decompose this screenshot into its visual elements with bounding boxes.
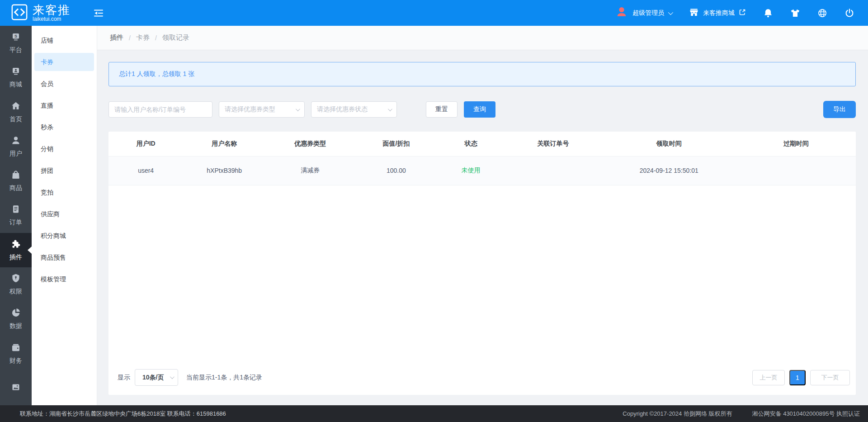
footer-contact: 联系地址：湖南省长沙市岳麓区绿地中央广场6栋2018室 联系电话：6159816…: [20, 410, 226, 418]
subnav-item-flashsale[interactable]: 秒杀: [32, 116, 97, 138]
sidebar-item-home[interactable]: 首页: [0, 95, 32, 129]
sidebar-item-label: 权限: [9, 288, 22, 296]
table-row[interactable]: user4 hXPtxB39hb 满减券 100.00 未使用 2024-09-…: [108, 156, 856, 185]
sidebar-item-label: 平台: [9, 46, 22, 54]
summary-banner-text: 总计1 人领取，总领取 1 张: [119, 70, 194, 78]
platform-icon: S: [11, 32, 21, 43]
subnav-item-groupbuy[interactable]: 拼团: [32, 160, 97, 181]
reset-button[interactable]: 重置: [426, 101, 458, 118]
sidebar-item-label: 商品: [9, 184, 22, 192]
sidebar-item-permissions[interactable]: 权限: [0, 267, 32, 302]
cell-user-name: hXPtxB39hb: [183, 156, 265, 185]
col-receive-time: 领取时间: [602, 132, 736, 156]
coupon-status-select-value: 请选择优惠券状态: [317, 105, 368, 114]
subnav-item-coupon[interactable]: 卡券: [34, 53, 94, 71]
page-footer: 联系地址：湖南省长沙市岳麓区绿地中央广场6栋2018室 联系电话：6159816…: [0, 405, 868, 422]
home-icon: [11, 101, 21, 112]
app-logo[interactable]: 来客推 laiketui.com: [0, 4, 90, 23]
sidebar-item-goods[interactable]: 商品: [0, 164, 32, 198]
cell-user-id: user4: [108, 156, 183, 185]
logo-title: 来客推: [33, 4, 71, 16]
page-size-label: 显示: [118, 374, 130, 382]
logout-power-icon[interactable]: [844, 8, 854, 18]
mall-badge-icon: [11, 66, 21, 77]
cell-expire-time: [736, 156, 856, 185]
records-table: 用户ID 用户名称 优惠券类型 面值/折扣 状态 关联订单号 领取时间 过期时间…: [108, 132, 856, 185]
sidebar-item-label: 订单: [9, 218, 22, 227]
chevron-down-icon: [668, 9, 673, 14]
subnav-item-member[interactable]: 会员: [32, 73, 97, 95]
puzzle-icon: [11, 239, 21, 250]
sidebar-item-media[interactable]: [0, 371, 32, 405]
breadcrumb-item-coupon[interactable]: 卡券: [136, 33, 150, 42]
summary-banner: 总计1 人领取，总领取 1 张: [108, 62, 856, 86]
cell-value: 100.00: [355, 156, 437, 185]
pie-chart-icon: [11, 308, 21, 319]
subnav-item-auction[interactable]: 竞拍: [32, 181, 97, 203]
svg-text:S: S: [14, 34, 17, 38]
user-icon: [11, 135, 21, 147]
breadcrumb: 插件 / 卡券 / 领取记录: [97, 26, 868, 50]
shopping-bag-icon: [11, 170, 21, 181]
subnav-item-shop[interactable]: 店铺: [32, 29, 97, 51]
coupon-type-select[interactable]: 请选择优惠券类型: [219, 101, 305, 118]
sidebar-item-data[interactable]: 数据: [0, 302, 32, 336]
search-button[interactable]: 查询: [464, 101, 495, 118]
pagination-info: 当前显示1-1条，共1条记录: [186, 374, 262, 382]
subnav-item-live[interactable]: 直播: [32, 95, 97, 116]
filter-toolbar: 请选择优惠券类型 请选择优惠券状态 重置 查询 导出: [108, 101, 856, 118]
col-coupon-type: 优惠券类型: [265, 132, 355, 156]
notifications-bell-icon[interactable]: [763, 8, 773, 18]
sidebar-item-platform[interactable]: S 平台: [0, 26, 32, 60]
tshirt-icon[interactable]: [790, 8, 800, 18]
current-page-button[interactable]: 1: [789, 370, 806, 385]
sidebar-item-users[interactable]: 用户: [0, 129, 32, 164]
sidebar-item-plugins[interactable]: 插件: [0, 233, 32, 267]
coupon-status-select[interactable]: 请选择优惠券状态: [311, 101, 397, 118]
logo-subtitle: laiketui.com: [33, 16, 71, 22]
collapse-sidebar-icon[interactable]: [93, 8, 104, 19]
cell-receive-time: 2024-09-12 15:50:01: [602, 156, 736, 185]
subnav-item-points-mall[interactable]: 积分商城: [32, 225, 97, 247]
page-size-value: 10条/页: [142, 374, 164, 382]
top-header: 来客推 laiketui.com 超级管理员: [0, 0, 868, 26]
sidebar-item-finance[interactable]: 财务: [0, 336, 32, 370]
mall-link-label: 来客推商城: [703, 9, 735, 17]
breadcrumb-item-plugins[interactable]: 插件: [110, 33, 123, 42]
sidebar-item-mall[interactable]: 商城: [0, 60, 32, 95]
next-page-button[interactable]: 下一页: [810, 370, 850, 385]
avatar: [615, 5, 628, 20]
mall-link[interactable]: 来客推商城: [689, 7, 746, 19]
keyword-search-input[interactable]: [108, 101, 212, 118]
footer-copyright: Copyright ©2017-2024 拾捌网络 版权所有: [623, 410, 732, 418]
sidebar-item-label: 商城: [9, 81, 22, 89]
subnav-item-presale[interactable]: 商品预售: [32, 247, 97, 268]
user-menu[interactable]: 超级管理员: [615, 5, 672, 20]
export-button[interactable]: 导出: [823, 101, 856, 118]
page-size-select[interactable]: 10条/页: [135, 369, 178, 386]
col-user-id: 用户ID: [108, 132, 183, 156]
subnav-item-distribution[interactable]: 分销: [32, 138, 97, 160]
prev-page-button[interactable]: 上一页: [752, 370, 785, 385]
sidebar-item-orders[interactable]: 订单: [0, 198, 32, 232]
table-header-row: 用户ID 用户名称 优惠券类型 面值/折扣 状态 关联订单号 领取时间 过期时间: [108, 132, 856, 156]
cell-order-no: [505, 156, 602, 185]
sidebar-item-label: 数据: [9, 322, 22, 330]
external-link-icon: [739, 9, 746, 17]
secondary-sidebar: 店铺 卡券 会员 直播 秒杀 分销 拼团 竞拍 供应商 积分商城 商品预售 模板…: [32, 26, 97, 405]
store-icon: [689, 7, 699, 19]
language-globe-icon[interactable]: [817, 8, 827, 18]
subnav-item-template[interactable]: 模板管理: [32, 268, 97, 290]
primary-sidebar: S 平台 商城 首页: [0, 26, 32, 405]
sidebar-item-label: 插件: [9, 253, 22, 261]
breadcrumb-separator: /: [155, 34, 157, 42]
coupon-type-select-value: 请选择优惠券类型: [225, 105, 275, 114]
breadcrumb-separator: /: [129, 34, 131, 42]
chevron-down-icon: [296, 107, 300, 111]
wallet-icon: [11, 342, 21, 354]
chevron-down-icon: [388, 107, 392, 111]
col-user-name: 用户名称: [183, 132, 265, 156]
main-content: 插件 / 卡券 / 领取记录 总计1 人领取，总领取 1 张 请选择优惠券类型 …: [97, 26, 868, 405]
subnav-item-supplier[interactable]: 供应商: [32, 203, 97, 225]
cell-coupon-type: 满减券: [265, 156, 355, 185]
